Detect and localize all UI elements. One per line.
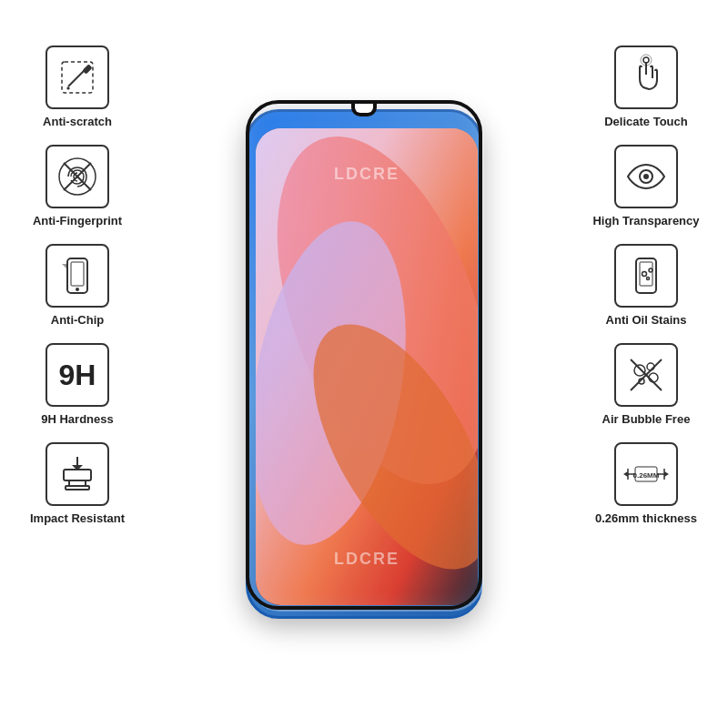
high-transparency-icon-box	[614, 145, 678, 208]
svg-rect-3	[82, 64, 92, 74]
thickness-label: 0.26mm thickness	[595, 511, 697, 525]
feature-air-bubble-free: Air Bubble Free	[573, 343, 719, 426]
main-container: Anti-scratch Anti-Fingerp	[0, 0, 728, 728]
anti-scratch-label: Anti-scratch	[43, 115, 112, 128]
feature-delicate-touch: Delicate Touch	[573, 46, 719, 128]
air-bubble-free-label: Air Bubble Free	[602, 412, 691, 426]
9h-hardness-icon-box: 9H	[46, 343, 109, 407]
feature-anti-chip: Anti-Chip	[9, 244, 146, 327]
delicate-touch-icon-box	[614, 46, 678, 109]
thickness-icon-box: 0.26MM	[614, 442, 678, 506]
anti-scratch-icon-box	[46, 46, 109, 109]
feature-high-transparency: High Transparency	[573, 145, 719, 228]
anti-oil-icon	[623, 253, 669, 298]
feature-impact-resistant: Impact Resistant	[9, 442, 146, 525]
features-left: Anti-scratch Anti-Fingerp	[9, 46, 146, 525]
anti-oil-label: Anti Oil Stains	[606, 313, 687, 327]
anti-scratch-icon	[55, 55, 100, 100]
9h-hardness-label: 9H Hardness	[41, 412, 113, 426]
svg-point-28	[634, 365, 645, 376]
features-right: Delicate Touch High Transparency	[573, 46, 719, 525]
air-bubble-free-icon-box	[614, 343, 678, 407]
svg-rect-8	[71, 262, 84, 286]
glass-notch	[351, 104, 377, 116]
svg-point-25	[642, 272, 647, 277]
anti-chip-icon-box	[46, 244, 109, 308]
svg-point-9	[76, 288, 79, 291]
feature-anti-oil: Anti Oil Stains	[573, 244, 719, 327]
svg-point-27	[647, 278, 650, 280]
anti-fingerprint-icon	[55, 154, 100, 199]
svg-text:0.26MM: 0.26MM	[633, 471, 660, 480]
impact-resistant-icon	[55, 451, 100, 497]
9h-hardness-text: 9H	[59, 359, 96, 392]
feature-thickness: 0.26MM 0.26mm thickness	[573, 442, 719, 525]
delicate-touch-icon	[623, 55, 669, 100]
anti-oil-icon-box	[614, 244, 678, 308]
air-bubble-free-icon	[623, 352, 669, 398]
svg-point-22	[643, 174, 649, 179]
feature-anti-scratch: Anti-scratch	[9, 46, 146, 128]
svg-point-26	[649, 268, 652, 272]
anti-fingerprint-label: Anti-Fingerprint	[33, 214, 122, 228]
svg-marker-2	[66, 86, 70, 90]
thickness-icon: 0.26MM	[619, 447, 673, 501]
feature-9h-hardness: 9H 9H Hardness	[9, 343, 146, 426]
glass-overlay	[237, 100, 491, 628]
anti-fingerprint-icon-box	[46, 145, 109, 208]
svg-point-30	[649, 373, 658, 382]
feature-anti-fingerprint: Anti-Fingerprint	[9, 145, 146, 228]
high-transparency-label: High Transparency	[592, 214, 699, 228]
svg-rect-10	[64, 470, 91, 480]
impact-resistant-icon-box	[46, 442, 109, 506]
glass-shape	[246, 100, 482, 610]
phone-wrapper: LDCRE LDCRE	[237, 100, 491, 628]
anti-chip-label: Anti-Chip	[51, 313, 104, 327]
svg-rect-12	[66, 486, 89, 490]
delicate-touch-label: Delicate Touch	[604, 115, 688, 128]
impact-resistant-label: Impact Resistant	[30, 511, 125, 525]
anti-chip-icon	[55, 253, 100, 298]
high-transparency-icon	[623, 154, 669, 199]
